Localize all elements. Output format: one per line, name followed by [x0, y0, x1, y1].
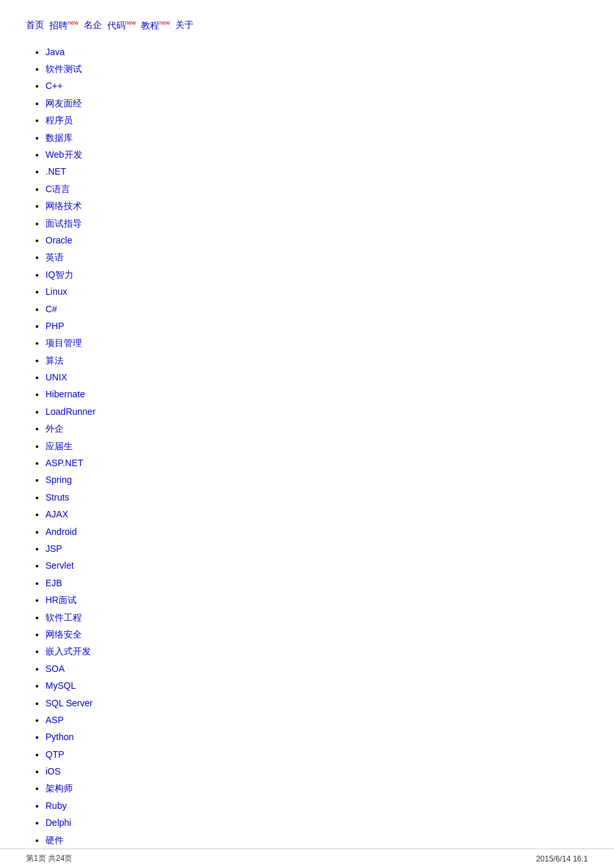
list-item: 面试指导 [45, 216, 588, 230]
link-hardware[interactable]: 硬件 [45, 835, 64, 845]
list-item: EJB [45, 576, 588, 590]
list-item: LoadRunner [45, 404, 588, 419]
list-item: C++ [45, 79, 588, 93]
list-item: 项目管理 [45, 336, 588, 350]
category-list: Java 软件测试 C++ 网友面经 程序员 数据库 Web开发 .NET C语… [26, 45, 588, 865]
link-android[interactable]: Android [45, 527, 77, 537]
list-item: 网络安全 [45, 627, 588, 641]
list-item: Python [45, 730, 588, 744]
list-item: 数据库 [45, 130, 588, 145]
list-item: 网络技术 [45, 199, 588, 213]
link-database[interactable]: 数据库 [45, 132, 73, 143]
link-iq[interactable]: IQ智力 [45, 269, 73, 280]
link-ejb[interactable]: EJB [45, 578, 62, 588]
link-programmer[interactable]: 程序员 [45, 115, 73, 125]
link-qtp[interactable]: QTP [45, 749, 64, 760]
link-ruby[interactable]: Ruby [45, 800, 67, 811]
link-unix[interactable]: UNIX [45, 372, 67, 382]
link-sqlserver[interactable]: SQL Server [45, 698, 93, 708]
list-item: 程序员 [45, 113, 588, 127]
link-dotnet[interactable]: .NET [45, 166, 66, 177]
list-item: Oracle [45, 233, 588, 247]
page-footer: 第1页 共24页 2015/6/14 16:1 [0, 849, 614, 868]
link-english[interactable]: 英语 [45, 252, 64, 262]
nav-company[interactable]: 名企 [84, 19, 102, 31]
list-item: Struts [45, 490, 588, 504]
list-item: 应届生 [45, 439, 588, 453]
link-loadrunner[interactable]: LoadRunner [45, 406, 96, 417]
link-clang[interactable]: C语言 [45, 184, 70, 194]
link-java[interactable]: Java [45, 47, 65, 57]
list-item: .NET [45, 164, 588, 179]
page-info: 第1页 共24页 [26, 853, 72, 864]
list-item: Spring [45, 473, 588, 487]
nav-recruit[interactable]: 招聘new [49, 19, 79, 32]
link-soa[interactable]: SOA [45, 663, 65, 674]
link-network-security[interactable]: 网络安全 [45, 629, 82, 639]
link-delphi[interactable]: Delphi [45, 817, 71, 828]
link-software-eng[interactable]: 软件工程 [45, 612, 82, 623]
list-item: JSP [45, 541, 588, 556]
link-ajax[interactable]: AJAX [45, 509, 68, 519]
link-asp[interactable]: ASP [45, 715, 64, 725]
nav-bar: 首页 招聘new 名企 代码new 教程new 关于 [26, 19, 588, 32]
link-foreign-company[interactable]: 外企 [45, 423, 64, 434]
link-embedded[interactable]: 嵌入式开发 [45, 646, 91, 656]
link-network[interactable]: 网络技术 [45, 201, 82, 211]
link-algorithm[interactable]: 算法 [45, 355, 64, 366]
link-interview-exp[interactable]: 网友面经 [45, 98, 82, 108]
recruit-badge: new [68, 19, 79, 26]
nav-tutorial[interactable]: 教程new [141, 19, 170, 32]
list-item: 网友面经 [45, 96, 588, 110]
list-item: Ruby [45, 799, 588, 813]
list-item: UNIX [45, 370, 588, 384]
list-item: C# [45, 302, 588, 316]
link-interview-guide[interactable]: 面试指导 [45, 218, 82, 229]
link-aspnet[interactable]: ASP.NET [45, 458, 83, 468]
list-item: 硬件 [45, 833, 588, 847]
list-item: SOA [45, 662, 588, 676]
nav-home[interactable]: 首页 [26, 19, 44, 31]
nav-code[interactable]: 代码new [107, 19, 136, 32]
tutorial-badge: new [159, 19, 170, 26]
list-item: 架构师 [45, 781, 588, 795]
list-item: Web开发 [45, 147, 588, 162]
list-item: QTP [45, 747, 588, 762]
list-item: Servlet [45, 558, 588, 573]
list-item: MySQL [45, 678, 588, 693]
list-item: 英语 [45, 250, 588, 264]
link-jsp[interactable]: JSP [45, 543, 62, 554]
list-item: Android [45, 525, 588, 539]
datetime: 2015/6/14 16:1 [536, 854, 588, 863]
link-graduate[interactable]: 应届生 [45, 441, 73, 451]
list-item: Linux [45, 284, 588, 299]
link-php[interactable]: PHP [45, 321, 64, 331]
link-architect[interactable]: 架构师 [45, 783, 73, 793]
link-servlet[interactable]: Servlet [45, 560, 74, 571]
list-item: C语言 [45, 182, 588, 196]
nav-about[interactable]: 关于 [175, 19, 194, 31]
code-badge: new [125, 19, 136, 26]
list-item: 嵌入式开发 [45, 644, 588, 658]
link-ios[interactable]: iOS [45, 766, 60, 776]
list-item: IQ智力 [45, 267, 588, 282]
list-item: 软件测试 [45, 62, 588, 76]
link-python[interactable]: Python [45, 732, 74, 742]
link-csharp[interactable]: C# [45, 304, 57, 314]
list-item: ASP.NET [45, 456, 588, 470]
link-linux[interactable]: Linux [45, 286, 67, 297]
link-software-test[interactable]: 软件测试 [45, 64, 82, 74]
link-webdev[interactable]: Web开发 [45, 149, 83, 160]
link-hr-interview[interactable]: HR面试 [45, 595, 77, 605]
list-item: 算法 [45, 353, 588, 367]
link-oracle[interactable]: Oracle [45, 235, 72, 245]
link-project-mgmt[interactable]: 项目管理 [45, 338, 82, 348]
list-item: iOS [45, 764, 588, 778]
link-spring[interactable]: Spring [45, 475, 71, 485]
link-hibernate[interactable]: Hibernate [45, 389, 85, 399]
link-cpp[interactable]: C++ [45, 81, 62, 91]
list-item: AJAX [45, 507, 588, 521]
link-mysql[interactable]: MySQL [45, 680, 76, 691]
link-struts[interactable]: Struts [45, 492, 70, 502]
list-item: 软件工程 [45, 610, 588, 625]
